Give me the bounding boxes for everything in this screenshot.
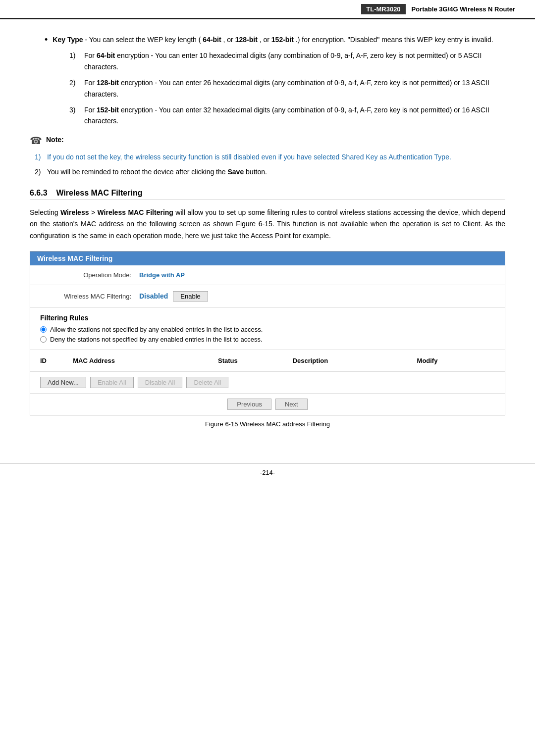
col-status: Status bbox=[218, 354, 293, 367]
page-wrapper: TL-MR3020 Portable 3G/4G Wireless N Rout… bbox=[0, 0, 535, 756]
key-type-end: .) for encryption. "Disabled" means this… bbox=[296, 36, 493, 44]
note-label: Note: bbox=[46, 136, 64, 144]
num-2: 2) bbox=[69, 77, 84, 88]
enable-all-button[interactable]: Enable All bbox=[90, 377, 134, 388]
page-content: • Key Type - You can select the WEP key … bbox=[0, 19, 535, 454]
enable-button[interactable]: Enable bbox=[173, 291, 208, 302]
num-1: 1) bbox=[69, 50, 84, 61]
col-modify: Modify bbox=[417, 354, 495, 367]
radio-deny-input[interactable] bbox=[40, 336, 47, 343]
bit-64: 64-bit bbox=[203, 36, 221, 44]
table-header-row: ID MAC Address Status Description Modify bbox=[40, 354, 495, 367]
comma-or: , or bbox=[223, 36, 235, 44]
operation-mode-row: Operation Mode: Bridge with AP bbox=[30, 265, 505, 285]
comma-or2: , or bbox=[260, 36, 271, 44]
key-type-text: - You can select the WEP key length ( bbox=[85, 36, 201, 44]
page-number: -214- bbox=[0, 463, 535, 486]
radio-deny[interactable]: Deny the stations not specified by any e… bbox=[40, 336, 495, 343]
text-2: For 128-bit encryption - You can enter 2… bbox=[84, 77, 505, 100]
header-title: Portable 3G/4G Wireless N Router bbox=[412, 5, 515, 13]
note-item-2: 2) You will be reminded to reboot the de… bbox=[35, 166, 505, 177]
mac-filtering-value: Disabled bbox=[139, 292, 168, 300]
note-num-2: 2) bbox=[35, 166, 47, 177]
section-heading: 6.6.3 Wireless MAC Filtering bbox=[30, 189, 505, 200]
disable-all-button[interactable]: Disable All bbox=[138, 377, 183, 388]
numbered-item-2: 2) For 128-bit encryption - You can ente… bbox=[69, 77, 505, 100]
text-1: For 64-bit encryption - You can enter 10… bbox=[84, 50, 505, 72]
bit-152: 152-bit bbox=[271, 36, 294, 44]
filtering-rules-section: Filtering Rules Allow the stations not s… bbox=[30, 308, 505, 350]
operation-mode-value: Bridge with AP bbox=[139, 271, 185, 279]
num-3: 3) bbox=[69, 104, 84, 115]
radio-allow-label: Allow the stations not specified by any … bbox=[50, 326, 263, 333]
note-section: ☎ Note: bbox=[30, 136, 505, 147]
note-item-1: 1) If you do not set the key, the wirele… bbox=[35, 151, 505, 162]
mac-filtering-row: Wireless MAC Filtering: Disabled Enable bbox=[30, 285, 505, 308]
col-description: Description bbox=[293, 354, 417, 367]
note-icon: ☎ bbox=[30, 135, 42, 147]
panel-title-bar: Wireless MAC Filtering bbox=[30, 252, 505, 265]
numbered-sub-list: 1) For 64-bit encryption - You can enter… bbox=[69, 50, 505, 126]
note-text-1: If you do not set the key, the wireless … bbox=[47, 151, 505, 162]
bullet-text: Key Type - You can select the WEP key le… bbox=[53, 34, 505, 45]
note-num-1: 1) bbox=[35, 151, 47, 162]
delete-all-button[interactable]: Delete All bbox=[186, 377, 228, 388]
page-header: TL-MR3020 Portable 3G/4G Wireless N Rout… bbox=[0, 0, 535, 19]
figure-caption: Figure 6-15 Wireless MAC address Filteri… bbox=[30, 420, 505, 428]
col-id: ID bbox=[40, 354, 73, 367]
add-new-button[interactable]: Add New... bbox=[40, 377, 86, 388]
previous-button[interactable]: Previous bbox=[227, 399, 271, 410]
panel-nav-row: Previous Next bbox=[30, 394, 505, 415]
next-button[interactable]: Next bbox=[275, 399, 308, 410]
panel-title: Wireless MAC Filtering bbox=[37, 254, 112, 262]
model-badge: TL-MR3020 bbox=[361, 4, 405, 14]
bit-128: 128-bit bbox=[235, 36, 258, 44]
numbered-item-3: 3) For 152-bit encryption - You can ente… bbox=[69, 104, 505, 127]
bullet-item: • Key Type - You can select the WEP key … bbox=[45, 34, 505, 45]
panel-buttons-row: Add New... Enable All Disable All Delete… bbox=[30, 372, 505, 394]
note-text-2: You will be reminded to reboot the devic… bbox=[47, 166, 267, 177]
operation-mode-label: Operation Mode: bbox=[40, 271, 139, 279]
radio-allow[interactable]: Allow the stations not specified by any … bbox=[40, 326, 495, 333]
numbered-item-1: 1) For 64-bit encryption - You can enter… bbox=[69, 50, 505, 72]
key-type-label: Key Type bbox=[53, 36, 83, 44]
col-mac: MAC Address bbox=[73, 354, 218, 367]
section-number: 6.6.3 bbox=[30, 189, 48, 197]
radio-allow-input[interactable] bbox=[40, 326, 47, 333]
mac-filtering-label: Wireless MAC Filtering: bbox=[40, 293, 139, 300]
note-items: 1) If you do not set the key, the wirele… bbox=[35, 151, 505, 178]
text-3: For 152-bit encryption - You can enter 3… bbox=[84, 104, 505, 127]
section-title: Wireless MAC Filtering bbox=[56, 189, 142, 197]
bullet-list: • Key Type - You can select the WEP key … bbox=[45, 34, 505, 127]
body-paragraph: Selecting Wireless > Wireless MAC Filter… bbox=[30, 207, 505, 242]
mac-table-section: ID MAC Address Status Description Modify bbox=[30, 350, 505, 372]
mac-filtering-panel: Wireless MAC Filtering Operation Mode: B… bbox=[30, 251, 505, 415]
mac-table: ID MAC Address Status Description Modify bbox=[40, 354, 495, 367]
panel-body: Operation Mode: Bridge with AP Wireless … bbox=[30, 265, 505, 415]
filtering-rules-title: Filtering Rules bbox=[40, 314, 495, 322]
radio-deny-label: Deny the stations not specified by any e… bbox=[50, 336, 263, 343]
bullet-dot: • bbox=[45, 35, 48, 44]
